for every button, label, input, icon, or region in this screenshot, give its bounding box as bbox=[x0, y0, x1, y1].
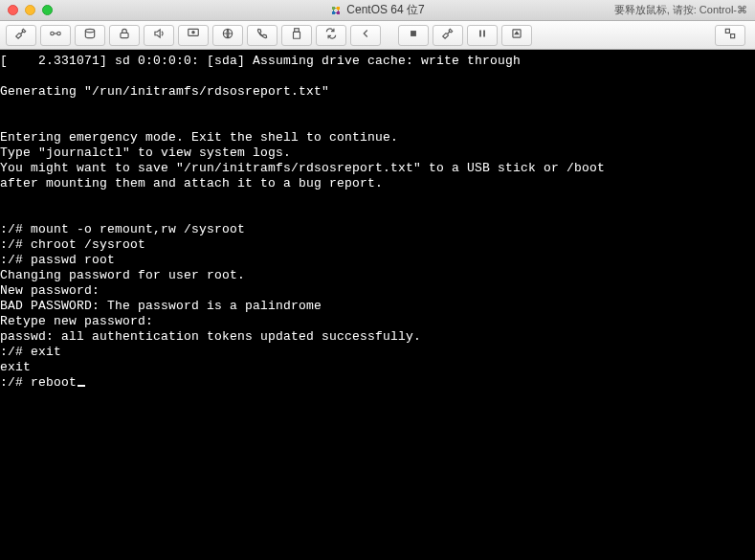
terminal-line: Type "journalctl" to view system logs. bbox=[0, 146, 291, 160]
svg-rect-7 bbox=[294, 32, 300, 38]
svg-rect-9 bbox=[479, 30, 481, 36]
svg-point-0 bbox=[51, 32, 55, 35]
stop-icon bbox=[407, 27, 420, 44]
terminal-line: after mounting them and attach it to a b… bbox=[0, 176, 383, 190]
back-icon bbox=[359, 27, 372, 44]
wrench-icon bbox=[441, 27, 455, 44]
terminal-line: :/# reboot bbox=[0, 375, 77, 390]
maximize-button[interactable] bbox=[42, 5, 53, 15]
terminal-line: :/# chroot /sysroot bbox=[0, 237, 145, 252]
release-hint: 要释放鼠标, 请按: Control-⌘ bbox=[614, 3, 747, 17]
svg-rect-13 bbox=[731, 34, 735, 37]
eject-icon bbox=[510, 27, 523, 44]
tool-pause[interactable] bbox=[467, 25, 498, 46]
tool-back[interactable] bbox=[350, 25, 381, 46]
display-icon bbox=[187, 27, 200, 44]
svg-rect-8 bbox=[411, 31, 416, 36]
usb-icon bbox=[290, 27, 303, 44]
terminal-output[interactable]: [ 2.331071] sd 0:0:0:0: [sda] Assuming d… bbox=[0, 50, 755, 560]
tool-wrench[interactable] bbox=[6, 25, 36, 46]
loop-icon bbox=[324, 27, 338, 44]
terminal-line: You might want to save "/run/initramfs/r… bbox=[0, 161, 605, 175]
terminal-line: :/# mount -o remount,rw /sysroot bbox=[0, 222, 245, 236]
tool-display[interactable] bbox=[178, 25, 209, 46]
tool-wrench2[interactable] bbox=[433, 25, 463, 46]
connection-icon bbox=[49, 27, 62, 44]
tool-phone[interactable] bbox=[247, 25, 278, 46]
tool-harddisk[interactable] bbox=[75, 25, 105, 46]
minimize-button[interactable] bbox=[25, 5, 35, 15]
svg-rect-3 bbox=[121, 33, 128, 37]
terminal-line: :/# passwd root bbox=[0, 253, 115, 267]
phone-icon bbox=[255, 27, 269, 44]
terminal-line: Entering emergency mode. Exit the shell … bbox=[0, 130, 398, 145]
toolbar bbox=[0, 21, 755, 50]
network-icon bbox=[221, 27, 234, 44]
svg-point-1 bbox=[57, 32, 61, 35]
wrench-icon bbox=[14, 27, 28, 44]
harddisk-icon bbox=[83, 27, 97, 44]
terminal-line: Generating "/run/initramfs/rdsosreport.t… bbox=[0, 84, 329, 99]
centos-logo-icon bbox=[330, 5, 342, 16]
svg-rect-10 bbox=[483, 30, 485, 36]
tool-loop[interactable] bbox=[316, 25, 346, 46]
terminal-line: [ 2.331071] sd 0:0:0:0: [sda] Assuming d… bbox=[0, 54, 521, 68]
tool-expand[interactable] bbox=[715, 25, 745, 46]
tool-volume[interactable] bbox=[144, 25, 174, 46]
lock-icon bbox=[118, 27, 131, 44]
tool-stop[interactable] bbox=[398, 25, 429, 46]
terminal-line: Changing password for user root. bbox=[0, 268, 245, 282]
tool-connection[interactable] bbox=[40, 25, 71, 46]
tool-usb[interactable] bbox=[281, 25, 312, 46]
svg-rect-12 bbox=[725, 29, 729, 33]
cursor-icon bbox=[78, 385, 85, 387]
titlebar: CentOS 64 位7 要释放鼠标, 请按: Control-⌘ bbox=[0, 0, 755, 21]
window-title: CentOS 64 位7 bbox=[346, 2, 424, 18]
expand-icon bbox=[723, 27, 737, 44]
svg-point-2 bbox=[85, 29, 94, 32]
terminal-line: :/# exit bbox=[0, 345, 61, 359]
close-button[interactable] bbox=[8, 5, 18, 15]
terminal-line: New password: bbox=[0, 283, 100, 298]
tool-eject[interactable] bbox=[501, 25, 532, 46]
pause-icon bbox=[476, 27, 489, 44]
volume-icon bbox=[152, 27, 166, 44]
tool-lock[interactable] bbox=[109, 25, 140, 46]
window-controls bbox=[8, 5, 53, 15]
terminal-line: exit bbox=[0, 360, 31, 374]
terminal-line: Retype new password: bbox=[0, 314, 153, 328]
terminal-line: passwd: all authentication tokens update… bbox=[0, 329, 421, 344]
terminal-line: BAD PASSWORD: The password is a palindro… bbox=[0, 299, 322, 313]
tool-network[interactable] bbox=[212, 25, 243, 46]
svg-point-5 bbox=[192, 31, 194, 33]
